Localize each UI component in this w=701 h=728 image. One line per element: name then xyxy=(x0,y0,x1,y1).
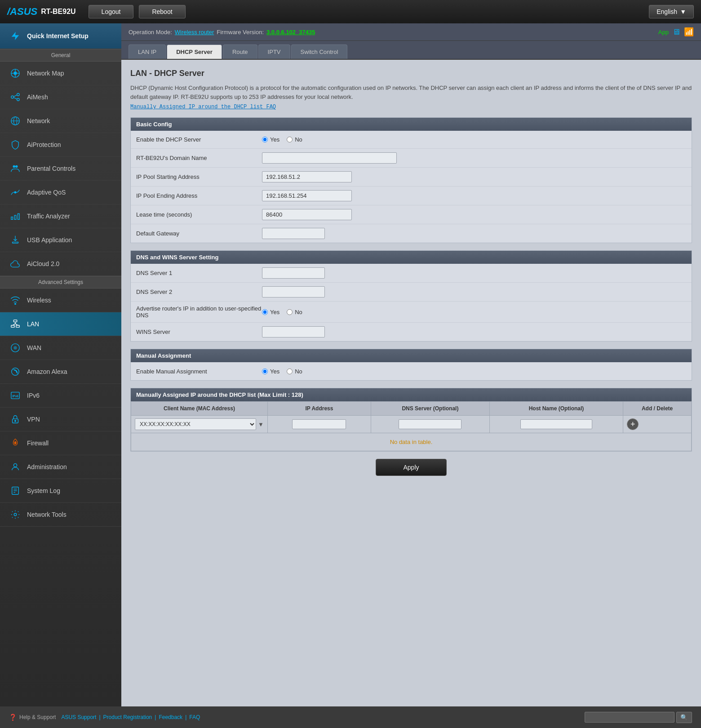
enable-manual-no-radio[interactable] xyxy=(287,368,293,374)
dns-optional-input[interactable] xyxy=(399,419,461,429)
default-gateway-input[interactable] xyxy=(262,228,325,239)
firmware-value[interactable]: 3.0.0.6.102_37435 xyxy=(266,29,315,36)
sidebar-item-parental-controls[interactable]: Parental Controls xyxy=(0,157,121,181)
dns-server1-input[interactable] xyxy=(262,267,325,279)
enable-dhcp-yes-label[interactable]: Yes xyxy=(262,136,280,143)
sidebar-item-ipv6[interactable]: IPv6 IPv6 xyxy=(0,384,121,408)
svg-point-39 xyxy=(14,513,17,516)
sidebar-item-system-log[interactable]: System Log xyxy=(0,479,121,503)
sidebar-item-aicloud[interactable]: AiCloud 2.0 xyxy=(0,252,121,276)
sidebar-general-label: General xyxy=(0,49,121,62)
enable-manual-no-label[interactable]: No xyxy=(287,368,302,375)
wins-server-label: WINS Server xyxy=(136,328,262,335)
dns-server2-input[interactable] xyxy=(262,286,325,297)
default-gateway-row: Default Gateway xyxy=(131,224,692,243)
sidebar-item-label: Administration xyxy=(27,463,67,471)
help-icon: ❓ xyxy=(9,714,17,721)
lease-time-row: Lease time (seconds) xyxy=(131,205,692,224)
no-data-cell: No data in table. xyxy=(131,433,692,451)
quick-setup-icon xyxy=(9,30,22,42)
asus-logo: /ASUS xyxy=(7,6,37,18)
add-entry-button[interactable]: + xyxy=(627,418,639,430)
sidebar-item-wireless[interactable]: Wireless xyxy=(0,289,121,312)
client-mac-select[interactable]: XX:XX:XX:XX:XX:XX xyxy=(135,418,256,430)
dhcp-table: Client Name (MAC Address) IP Address DNS… xyxy=(131,401,692,451)
sidebar-item-label: AiProtection xyxy=(27,141,61,148)
advertise-dns-yes-radio[interactable] xyxy=(262,309,268,315)
ip-pool-end-control xyxy=(262,190,686,201)
aimesh-icon xyxy=(9,91,22,103)
host-name-input[interactable] xyxy=(520,419,592,429)
sidebar-item-adaptive-qos[interactable]: Adaptive QoS xyxy=(0,181,121,204)
product-registration-link[interactable]: Product Registration xyxy=(103,714,152,720)
faq-footer-link[interactable]: FAQ xyxy=(189,714,200,720)
enable-dhcp-no-label[interactable]: No xyxy=(287,136,302,143)
asus-support-link[interactable]: ASUS Support xyxy=(61,714,96,720)
sidebar-item-firewall[interactable]: Firewall xyxy=(0,431,121,455)
sidebar-item-label: IPv6 xyxy=(27,392,40,399)
svg-rect-19 xyxy=(18,214,20,220)
domain-name-input[interactable] xyxy=(262,152,397,164)
svg-point-7 xyxy=(17,93,19,96)
sidebar-item-usb-application[interactable]: USB Application xyxy=(0,228,121,252)
svg-text:IPv6: IPv6 xyxy=(13,395,19,398)
faq-link[interactable]: Manually Assigned IP around the DHCP lis… xyxy=(130,104,692,110)
enable-dhcp-no-radio[interactable] xyxy=(287,137,293,142)
footer-links: ASUS Support | Product Registration | Fe… xyxy=(61,714,200,720)
sidebar-item-label: Amazon Alexa xyxy=(27,368,67,375)
amazon-alexa-icon xyxy=(9,365,22,378)
svg-point-1 xyxy=(13,71,17,75)
sidebar-item-amazon-alexa[interactable]: Amazon Alexa xyxy=(0,360,121,384)
enable-manual-row: Enable Manual Assignment Yes No xyxy=(131,362,692,380)
advertise-dns-radio-group: Yes No xyxy=(262,309,302,315)
tab-iptv[interactable]: IPTV xyxy=(258,44,290,59)
operation-mode-value[interactable]: Wireless router xyxy=(175,29,214,36)
sidebar-item-lan[interactable]: LAN xyxy=(0,312,121,336)
svg-point-20 xyxy=(15,303,16,305)
sidebar-item-wan[interactable]: WAN xyxy=(0,336,121,360)
feedback-link[interactable]: Feedback xyxy=(159,714,182,720)
aiprotection-icon xyxy=(9,138,22,151)
apply-button[interactable]: Apply xyxy=(376,459,446,476)
enable-dhcp-row: Enable the DHCP Server Yes No xyxy=(131,131,692,149)
sidebar-item-administration[interactable]: Administration xyxy=(0,455,121,479)
enable-dhcp-yes-radio[interactable] xyxy=(262,137,268,142)
ip-pool-end-row: IP Pool Ending Address xyxy=(131,186,692,205)
ip-pool-start-input[interactable] xyxy=(262,171,352,182)
svg-rect-17 xyxy=(11,217,13,220)
tab-lan-ip[interactable]: LAN IP xyxy=(129,44,166,59)
advertise-dns-no-radio[interactable] xyxy=(287,309,293,315)
wifi-signal-icon[interactable]: 📶 xyxy=(684,27,694,37)
sidebar-item-network-tools[interactable]: Network Tools xyxy=(0,503,121,527)
sidebar-item-vpn[interactable]: VPN xyxy=(0,408,121,431)
lease-time-input[interactable] xyxy=(262,209,352,220)
advertise-dns-no-label[interactable]: No xyxy=(287,309,302,315)
enable-manual-yes-label[interactable]: Yes xyxy=(262,368,280,375)
sidebar-item-network[interactable]: Network xyxy=(0,109,121,133)
no-data-row: No data in table. xyxy=(131,433,692,451)
footer-search-button[interactable]: 🔍 xyxy=(676,712,692,723)
enable-manual-yes-radio[interactable] xyxy=(262,368,268,374)
sidebar-item-label: LAN xyxy=(27,320,39,328)
sidebar-item-label: Adaptive QoS xyxy=(27,189,66,196)
reboot-button[interactable]: Reboot xyxy=(139,5,185,18)
ip-pool-end-input[interactable] xyxy=(262,190,352,201)
advertise-dns-yes-label[interactable]: Yes xyxy=(262,309,280,315)
tab-route[interactable]: Route xyxy=(223,44,257,59)
sidebar-item-aiprotection[interactable]: AiProtection xyxy=(0,133,121,157)
footer-bar: ❓ Help & Support ASUS Support | Product … xyxy=(0,706,701,728)
sidebar-item-label: Network Map xyxy=(27,70,64,77)
footer-search-input[interactable] xyxy=(585,712,674,723)
sidebar-item-traffic-analyzer[interactable]: Traffic Analyzer xyxy=(0,204,121,228)
logout-button[interactable]: Logout xyxy=(89,5,134,18)
wins-server-input[interactable] xyxy=(262,326,325,337)
monitor-icon[interactable]: 🖥 xyxy=(672,27,680,37)
tab-dhcp-server[interactable]: DHCP Server xyxy=(167,44,222,59)
sidebar-item-quick-setup[interactable]: Quick Internet Setup xyxy=(0,23,121,49)
sidebar-item-network-map[interactable]: Network Map xyxy=(0,62,121,85)
default-gateway-control xyxy=(262,228,686,239)
language-selector[interactable]: English ▼ xyxy=(649,5,694,18)
sidebar-item-aimesh[interactable]: AiMesh xyxy=(0,85,121,109)
tab-switch-control[interactable]: Switch Control xyxy=(291,44,348,59)
ip-address-input[interactable] xyxy=(292,419,346,429)
